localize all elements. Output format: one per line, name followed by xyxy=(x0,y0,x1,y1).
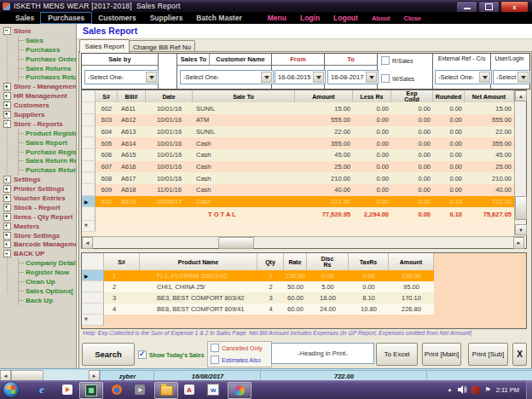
heading-in-print-input[interactable]: -Heading in Print- xyxy=(271,343,374,364)
sidebar-item-store-management[interactable]: Store - Management xyxy=(0,82,77,91)
sidebar-item-stock-report[interactable]: Stock - Report xyxy=(0,203,77,212)
taskbar-icon-folder-open[interactable] xyxy=(154,382,178,399)
menu-item-purchases[interactable]: Purchases xyxy=(41,13,91,23)
scroll-down-arrow-icon[interactable]: ▼ xyxy=(515,224,527,235)
menu-item-login[interactable]: Login xyxy=(293,13,327,23)
sidebar-item-masters[interactable]: Masters xyxy=(0,222,77,231)
sidebar-item-hr-management[interactable]: HR Management xyxy=(0,91,77,101)
product-row-2[interactable]: 2CHI1, CHINA 25/250.005.000.0095.00 xyxy=(82,281,434,292)
column-header-exp-colld[interactable]: ExpColld xyxy=(391,90,433,102)
r-sales-checkbox[interactable]: R/Sales xyxy=(381,56,413,65)
sidebar-item-store[interactable]: Store xyxy=(0,26,77,36)
taskbar-icon-word-viewer[interactable]: w xyxy=(202,382,224,397)
external-ref-select[interactable]: -Select One- xyxy=(435,70,492,84)
sidebar-item-sales[interactable]: Sales xyxy=(0,36,77,45)
sidebar-item-purchase-return[interactable]: Purchase Return xyxy=(0,165,77,175)
column-header-product-name[interactable]: Product Name xyxy=(140,253,257,270)
column-header-date[interactable]: Date xyxy=(146,90,193,102)
menu-item-batch-master[interactable]: Batch Master xyxy=(189,13,248,23)
row-selector-arrow-icon[interactable] xyxy=(82,196,95,208)
sidebar-item-purchases[interactable]: Purchases xyxy=(0,45,77,55)
dropdown-arrow-icon[interactable] xyxy=(479,72,490,83)
sidebar-item-items-qty-report[interactable]: Items - Qty Report xyxy=(0,212,77,222)
menu-item-menu[interactable]: Menu xyxy=(261,13,293,23)
dropdown-arrow-icon[interactable] xyxy=(313,72,324,83)
column-header-sale-to[interactable]: Sale To xyxy=(193,90,295,102)
maximize-button[interactable] xyxy=(478,1,500,13)
tray-app-icon[interactable] xyxy=(471,386,480,394)
dropdown-arrow-icon[interactable] xyxy=(366,72,377,83)
print-sub-button[interactable]: Print [Sub] xyxy=(468,343,508,366)
column-header-bill-[interactable]: Bill# xyxy=(118,90,146,102)
sidebar-item-store-settings[interactable]: Store Settings xyxy=(0,231,77,240)
taskbar-icon-internet-explorer[interactable]: e xyxy=(31,382,53,397)
taskbar-icon-remote-pointer[interactable]: ➤ xyxy=(129,382,151,397)
column-header-net-amount[interactable]: Net Amount xyxy=(465,90,514,102)
menu-item-logout[interactable]: Logout xyxy=(327,13,365,23)
sidebar-item-sales-report[interactable]: Sales Report xyxy=(0,138,77,147)
column-header-s-[interactable]: S# xyxy=(104,253,140,270)
show-desktop-button[interactable] xyxy=(526,380,532,399)
sidebar-item-store-reports[interactable]: Store - Reports xyxy=(0,119,77,129)
sidebar-item-purchase-register[interactable]: Purchase Register xyxy=(0,147,77,157)
sales-row-603[interactable]: 603A61210/01/16ATM555.000.000.000.00555.… xyxy=(82,114,514,126)
menu-item-close[interactable]: Close xyxy=(397,14,428,23)
sidebar-item-customers[interactable]: Customers xyxy=(0,101,77,110)
sales-to-select[interactable]: -Select One- xyxy=(180,70,274,84)
sidebar-horizontal-scrollbar[interactable]: ◄ ► xyxy=(0,370,100,380)
print-main-button[interactable]: Print [Main] xyxy=(422,343,461,366)
sale-by-select[interactable]: -Select One- xyxy=(84,70,159,84)
search-button[interactable]: Search xyxy=(82,343,135,366)
sales-row-607[interactable]: 607A61610/01/16Cash25.000.000.000.0025.0… xyxy=(82,161,514,173)
dropdown-arrow-icon[interactable] xyxy=(518,72,529,83)
taskbar-icon-antivirus[interactable]: A xyxy=(178,382,200,397)
show-todays-sales-checkbox[interactable]: Show Today's Sales xyxy=(138,350,205,359)
sales-row-609[interactable]: 609A61811/01/16Cash40.000.000.000.0040.0… xyxy=(82,184,514,196)
column-header-amount[interactable]: Amount xyxy=(295,90,353,102)
row-selector[interactable] xyxy=(82,114,95,126)
close-form-button[interactable]: X xyxy=(512,343,527,366)
horizontal-scrollbar[interactable]: ◄► xyxy=(82,236,524,248)
minimize-button[interactable] xyxy=(456,1,477,13)
sidebar-item-settings[interactable]: Settings xyxy=(0,175,77,184)
tray-expand-icon[interactable]: ▲ xyxy=(448,387,453,392)
menu-item-about[interactable]: About xyxy=(365,14,397,23)
column-header-disc-rs[interactable]: DiscRs xyxy=(307,253,349,270)
cancelled-only-checkbox[interactable]: Cancelled Only xyxy=(211,344,262,352)
sales-row-602[interactable]: 602A61110/01/16SUNIL15.000.000.000.0015.… xyxy=(82,102,514,114)
menu-item-customers[interactable]: Customers xyxy=(91,13,142,23)
taskbar-clock[interactable]: 2:11 PM xyxy=(496,386,519,394)
row-selector[interactable] xyxy=(82,161,95,173)
close-window-button[interactable]: x xyxy=(500,1,529,13)
scroll-right-arrow-icon[interactable]: ► xyxy=(513,237,524,249)
sidebar-item-barcode-managemen[interactable]: Barcode Managemen xyxy=(0,240,77,249)
sidebar-item-sales-returns[interactable]: Sales Returns xyxy=(0,64,77,73)
row-selector[interactable] xyxy=(82,102,95,114)
menu-item-suppliers[interactable]: Suppliers xyxy=(143,13,190,23)
column-header-amount[interactable]: Amount xyxy=(389,253,434,270)
scrollbar-thumb[interactable] xyxy=(218,237,254,249)
from-date-select[interactable]: 16-08-2015 xyxy=(275,70,326,84)
sidebar-item-back-up[interactable]: BACK UP xyxy=(0,249,77,258)
row-selector[interactable] xyxy=(82,137,95,149)
dropdown-arrow-icon[interactable] xyxy=(261,72,272,83)
column-header-rounded[interactable]: Rounded xyxy=(433,90,465,102)
sales-row-610[interactable]: 610A61909/08/17Cash721.900.000.000.10722… xyxy=(82,196,514,208)
user-login-select[interactable]: -Select - xyxy=(493,70,530,84)
sidebar-item-purchase-orders[interactable]: Purchase Orders xyxy=(0,55,77,64)
start-button[interactable] xyxy=(3,382,19,397)
sidebar-item-printer-settings[interactable]: Printer Settings xyxy=(0,184,77,194)
row-selector[interactable] xyxy=(82,172,95,184)
column-header-s-[interactable]: S# xyxy=(95,90,118,102)
sidebar-item-sales-options[interactable]: Sales Options[ xyxy=(0,286,77,296)
scroll-left-arrow-icon[interactable]: ◄ xyxy=(82,237,93,249)
tab-sales-report[interactable]: Sales Report xyxy=(79,39,130,53)
sales-row-605[interactable]: 605A61410/01/16Cash355.000.000.000.00355… xyxy=(82,137,514,149)
sidebar-item-voucher-entries[interactable]: Voucher Entries xyxy=(0,194,77,203)
column-header-qty[interactable]: Qty xyxy=(257,253,284,270)
action-center-flag-icon[interactable]: ⚑ xyxy=(484,386,490,394)
taskbar-icon-media-player[interactable] xyxy=(56,382,78,397)
product-row-1[interactable]: 1FL1, FLORINA 32001/421230.000.000.00230… xyxy=(82,270,434,281)
column-header-rate[interactable]: Rate xyxy=(284,253,307,270)
sidebar-item-back-up[interactable]: Back Up xyxy=(0,296,77,305)
